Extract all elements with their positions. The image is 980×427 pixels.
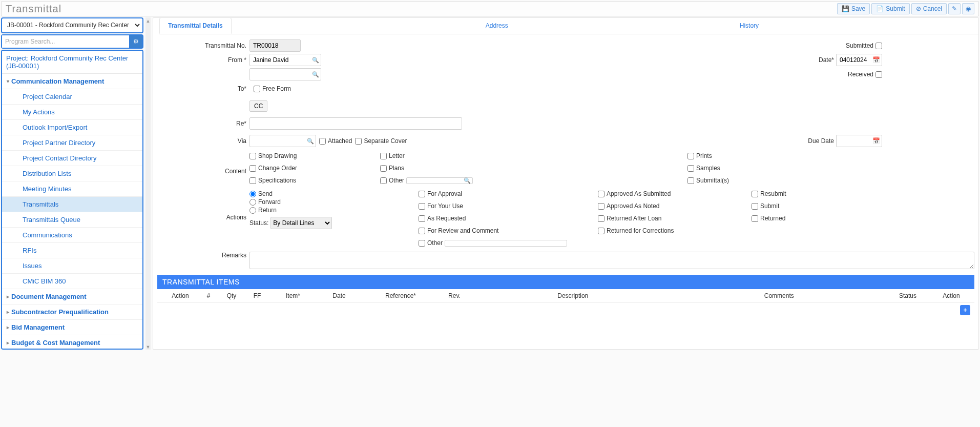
for-your-use-label: For Your Use	[427, 202, 463, 210]
tree-subitem[interactable]: My Actions	[2, 105, 142, 120]
items-column-header: Date	[316, 292, 362, 299]
for-review-checkbox[interactable]	[419, 228, 425, 234]
from-lookup-icon[interactable]: 🔍	[312, 57, 319, 64]
send-radio[interactable]	[249, 191, 256, 197]
collapse-sidebar-up[interactable]: ▲	[146, 18, 151, 24]
tree-subitem[interactable]: Transmittals	[2, 197, 142, 212]
tree-subitem[interactable]: Meeting Minutes	[2, 181, 142, 197]
tree-subitem[interactable]: RFIs	[2, 243, 142, 258]
content-other-field[interactable]	[406, 177, 473, 184]
tree-section-label: Document Management	[11, 293, 87, 300]
tree-subitem[interactable]: CMiC BIM 360	[2, 274, 142, 289]
tree-section[interactable]: ▸Budget & Cost Management	[2, 335, 142, 350]
content-other-label: Other	[389, 177, 404, 184]
tree-subitem[interactable]: Communications	[2, 228, 142, 243]
re-field[interactable]	[249, 117, 462, 130]
returned-corrections-checkbox[interactable]	[598, 228, 604, 234]
returned-loan-checkbox[interactable]	[598, 215, 604, 222]
as-requested-checkbox[interactable]	[419, 215, 425, 222]
shop-drawing-checkbox[interactable]	[249, 153, 256, 159]
plans-label: Plans	[389, 165, 404, 172]
date-label: Date*	[819, 56, 834, 64]
content-other-checkbox[interactable]	[380, 177, 387, 184]
cancel-button-label: Cancel	[923, 5, 942, 12]
save-button[interactable]: 💾 Save	[837, 3, 870, 14]
letter-checkbox[interactable]	[380, 153, 387, 159]
titlebar: Transmittal 💾 Save 📄 Submit ⊘ Cancel ✎ ◉	[1, 1, 979, 16]
save-button-label: Save	[851, 5, 865, 12]
due-date-picker-icon[interactable]: 📅	[872, 137, 880, 145]
caret-down-icon: ▾	[4, 78, 11, 84]
approved-submitted-checkbox[interactable]	[598, 191, 604, 197]
samples-checkbox[interactable]	[687, 165, 694, 172]
add-item-button[interactable]: +	[960, 305, 970, 315]
tree-subitem[interactable]: Issues	[2, 258, 142, 274]
tree-subitem[interactable]: Project Contact Directory	[2, 151, 142, 166]
plans-checkbox[interactable]	[380, 165, 387, 172]
submit-icon: 📄	[876, 5, 884, 12]
via-lookup-icon[interactable]: 🔍	[307, 138, 314, 145]
re-label: Re*	[157, 120, 249, 127]
for-approval-checkbox[interactable]	[419, 191, 425, 197]
submitted-checkbox[interactable]	[875, 43, 882, 49]
for-your-use-checkbox[interactable]	[419, 203, 425, 210]
program-search-input[interactable]	[2, 35, 129, 48]
items-column-header: Status	[882, 292, 933, 299]
specifications-checkbox[interactable]	[249, 177, 256, 184]
free-form-checkbox[interactable]	[254, 86, 260, 92]
tree-subitem[interactable]: Project Partner Directory	[2, 135, 142, 151]
tree-section[interactable]: ▾Communication Management	[2, 74, 142, 89]
received-label: Received	[848, 71, 873, 78]
separate-cover-checkbox[interactable]	[355, 138, 362, 145]
status-select[interactable]: By Detail Lines	[270, 217, 332, 229]
actions-other-checkbox[interactable]	[419, 240, 425, 247]
to-field[interactable]	[249, 68, 321, 80]
edit-icon: ✎	[952, 5, 957, 12]
project-selector[interactable]: JB-00001 - Rockford Community Rec Center	[3, 19, 141, 31]
for-review-label: For Review and Comment	[427, 227, 498, 234]
tab[interactable]: Transmittal Details	[159, 17, 232, 34]
cc-button[interactable]: CC	[249, 100, 267, 112]
cancel-icon: ⊘	[916, 5, 921, 12]
prints-checkbox[interactable]	[687, 153, 694, 159]
collapse-sidebar-down[interactable]: ▼	[146, 344, 151, 350]
tree-subitem[interactable]: Distribution Lists	[2, 166, 142, 181]
items-column-row: Action#QtyFFItem*DateReference*Rev.Descr…	[157, 289, 974, 303]
submit-button[interactable]: 📄 Submit	[871, 3, 909, 14]
tree-section[interactable]: ▸Document Management	[2, 289, 142, 304]
change-order-checkbox[interactable]	[249, 165, 256, 172]
forward-radio[interactable]	[249, 199, 256, 206]
resubmit-checkbox[interactable]	[752, 191, 758, 197]
send-label: Send	[258, 190, 273, 197]
tree-subitem[interactable]: Transmittals Queue	[2, 212, 142, 228]
tree-section[interactable]: ▸Bid Management	[2, 320, 142, 335]
content-other-lookup-icon[interactable]: 🔍	[464, 177, 471, 184]
actions-other-field[interactable]	[445, 240, 567, 247]
search-settings-button[interactable]: ⚙	[129, 35, 142, 48]
action-submit-checkbox[interactable]	[752, 203, 758, 210]
caret-right-icon: ▸	[4, 309, 11, 315]
tree-subitem[interactable]: Outlook Import/Export	[2, 120, 142, 135]
returned-checkbox[interactable]	[752, 215, 758, 222]
attached-checkbox[interactable]	[319, 138, 326, 145]
tree-section[interactable]: ▸Subcontractor Prequalification	[2, 304, 142, 320]
date-picker-icon[interactable]: 📅	[872, 56, 880, 64]
submittals-checkbox[interactable]	[687, 177, 694, 184]
return-radio[interactable]	[249, 207, 256, 214]
tab[interactable]: History	[732, 18, 767, 34]
received-checkbox[interactable]	[875, 71, 882, 78]
tree-subitem[interactable]: Project Calendar	[2, 89, 142, 105]
user-icon-button[interactable]: ◉	[962, 3, 974, 14]
from-field[interactable]	[249, 54, 321, 66]
project-header[interactable]: Project: Rockford Community Rec Center (…	[2, 51, 142, 74]
actions-label: Actions	[157, 190, 249, 221]
via-field[interactable]	[249, 135, 316, 147]
to-lookup-icon[interactable]: 🔍	[312, 71, 319, 78]
specifications-label: Specifications	[258, 177, 296, 184]
edit-icon-button[interactable]: ✎	[948, 3, 961, 14]
cancel-button[interactable]: ⊘ Cancel	[911, 3, 947, 14]
approved-noted-checkbox[interactable]	[598, 203, 604, 210]
remarks-field[interactable]	[249, 252, 974, 269]
page-title: Transmittal	[6, 3, 61, 15]
tab[interactable]: Address	[477, 18, 516, 34]
